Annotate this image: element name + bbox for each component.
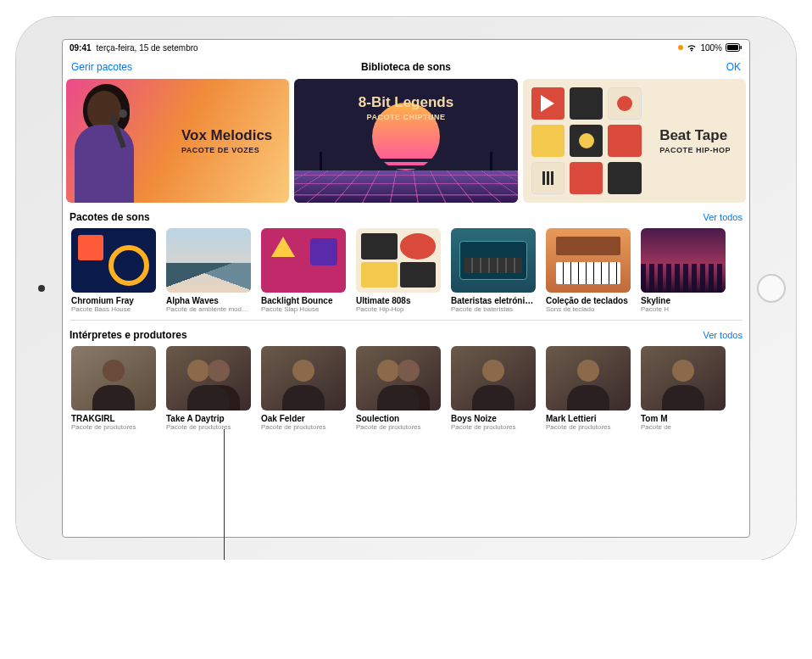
status-date: terça-feira, 15 de setembro [97,43,198,53]
artist-photo-icon [451,346,536,410]
featured-title: 8-Bit Legends [359,94,453,111]
artist-title: Mark Lettieri [546,414,631,423]
recording-indicator-icon [678,45,683,50]
pack-item[interactable]: Bateristas eletrónicos Pacote de bateris… [451,228,536,313]
artists-section: Intérpretes e produtores Ver todos TRAKG… [63,321,749,434]
artists-row[interactable]: TRAKGIRL Pacote de produtores Take A Day… [70,346,742,431]
retro-grid-icon [294,170,517,203]
artist-title: Take A Daytrip [166,414,251,423]
pack-item[interactable]: Alpha Waves Pacote de ambiente moderno [166,228,251,313]
callout-line-icon [224,429,225,560]
pack-subtitle: Pacote Slap House [261,305,346,313]
artist-title: Boys Noize [451,414,536,423]
battery-icon [726,43,742,52]
featured-card-beat-tape[interactable]: Beat Tape PACOTE HIP-HOP [523,79,746,203]
pack-subtitle: Pacote Bass House [71,305,156,313]
artist-photo-icon [261,346,346,410]
artist-photo-icon [166,346,251,410]
pack-title: Backlight Bounce [261,296,346,305]
pack-item[interactable]: Backlight Bounce Pacote Slap House [261,228,346,313]
artist-title: Soulection [356,414,441,423]
artist-photo-icon [546,346,631,410]
wifi-icon [687,44,697,52]
featured-card-vocal[interactable]: Vox Melodics PACOTE DE VOZES [66,79,289,203]
sound-packs-section: Pacotes de sons Ver todos Chromium Fray … [63,203,749,316]
pack-thumb-icon [356,228,441,293]
status-bar: 09:41 terça-feira, 15 de setembro 100% [63,40,749,55]
artist-item[interactable]: Oak Felder Pacote de produtores [261,346,346,431]
pack-subtitle: Pacote de ambiente moderno [166,305,251,313]
artist-subtitle: Pacote de produtores [166,423,251,431]
artist-photo-icon [356,346,441,410]
svg-rect-1 [727,45,738,50]
artist-item[interactable]: Take A Daytrip Pacote de produtores [166,346,251,431]
featured-subtitle: PACOTE DE VOZES [181,146,272,154]
nav-bar: Gerir pacotes Biblioteca de sons OK [63,55,749,79]
pack-thumb-icon [451,228,536,293]
pack-title: Coleção de teclados [546,296,631,305]
geometric-art-icon [531,87,642,194]
screen: 09:41 terça-feira, 15 de setembro 100% G… [62,39,750,538]
artist-subtitle: Pacote de produtores [451,423,536,431]
pack-subtitle: Sons de teclado [546,305,631,313]
featured-row: Vox Melodics PACOTE DE VOZES 8-Bit Legen… [63,79,749,203]
artist-title: TRAKGIRL [71,414,156,423]
section-title-packs: Pacotes de sons [70,211,150,223]
pack-item[interactable]: Skyline Pacote H [641,228,726,313]
artist-item[interactable]: TRAKGIRL Pacote de produtores [71,346,156,431]
svg-rect-2 [741,46,742,49]
artist-item[interactable]: Boys Noize Pacote de produtores [451,346,536,431]
see-all-packs-button[interactable]: Ver todos [704,212,742,222]
artist-title: Tom M [641,414,726,423]
pack-thumb-icon [261,228,346,293]
artist-subtitle: Pacote de produtores [261,423,346,431]
featured-subtitle: PACOTE CHIPTUNE [359,113,453,121]
pack-title: Chromium Fray [71,296,156,305]
artist-photo-icon [71,346,156,410]
manage-packs-button[interactable]: Gerir pacotes [71,61,132,73]
artist-item[interactable]: Soulection Pacote de produtores [356,346,441,431]
artist-subtitle: Pacote de produtores [71,423,156,431]
status-time: 09:41 [70,43,92,53]
artist-photo-icon [641,346,726,410]
artist-subtitle: Pacote de [641,423,726,431]
artist-item[interactable]: Tom M Pacote de [641,346,726,431]
artist-subtitle: Pacote de produtores [546,423,631,431]
featured-title: Vox Melodics [181,127,272,144]
battery-percent: 100% [700,43,722,53]
pack-title: Bateristas eletrónicos [451,296,536,305]
singer-illustration-icon [66,79,159,203]
pack-subtitle: Pacote Hip-Hop [356,305,441,313]
packs-row[interactable]: Chromium Fray Pacote Bass House Alpha Wa… [70,228,742,313]
ipad-frame: 09:41 terça-feira, 15 de setembro 100% G… [16,17,796,560]
pack-subtitle: Pacote H [641,305,726,313]
artist-title: Oak Felder [261,414,346,423]
pack-subtitle: Pacote de bateristas [451,305,536,313]
home-button[interactable] [757,274,786,303]
see-all-artists-button[interactable]: Ver todos [704,330,742,340]
ok-button[interactable]: OK [726,61,741,73]
featured-subtitle: PACOTE HIP-HOP [659,146,731,154]
pack-item[interactable]: Chromium Fray Pacote Bass House [71,228,156,313]
camera-dot [38,285,45,292]
pack-item[interactable]: Ultimate 808s Pacote Hip-Hop [356,228,441,313]
featured-title: Beat Tape [659,127,731,144]
pack-thumb-icon [546,228,631,293]
pack-title: Ultimate 808s [356,296,441,305]
content-scroll[interactable]: Vox Melodics PACOTE DE VOZES 8-Bit Legen… [63,79,749,537]
pack-thumb-icon [71,228,156,293]
artist-item[interactable]: Mark Lettieri Pacote de produtores [546,346,631,431]
page-title: Biblioteca de sons [361,61,451,73]
pack-thumb-icon [641,228,726,293]
pack-title: Alpha Waves [166,296,251,305]
featured-card-chiptune[interactable]: 8-Bit Legends PACOTE CHIPTUNE [294,79,517,203]
section-title-artists: Intérpretes e produtores [70,329,187,341]
pack-title: Skyline [641,296,726,305]
artist-subtitle: Pacote de produtores [356,423,441,431]
pack-thumb-icon [166,228,251,293]
pack-item[interactable]: Coleção de teclados Sons de teclado [546,228,631,313]
